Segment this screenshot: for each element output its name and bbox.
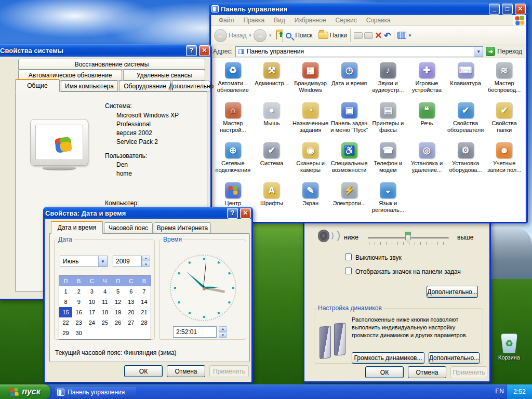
calendar-day[interactable]: 24 <box>85 317 98 328</box>
spin-down-icon[interactable]: ▼ <box>219 332 227 338</box>
cp-item-fonts[interactable]: АШрифты <box>252 182 291 222</box>
calendar-day[interactable]: 30 <box>72 328 85 338</box>
sound-apply-button[interactable]: Применить <box>450 366 487 378</box>
spin-up-icon[interactable]: ▲ <box>142 256 150 261</box>
calendar-day[interactable]: 1 <box>59 286 72 297</box>
calendar-day[interactable]: 21 <box>138 307 151 317</box>
address-combo[interactable]: Панель управления ▼ <box>235 46 484 57</box>
calendar-day[interactable]: 10 <box>85 297 98 307</box>
mute-checkbox-label[interactable]: Выключить звук <box>355 254 402 261</box>
tab-remote[interactable]: Удаленные сеансы <box>123 70 205 81</box>
tray-icon-checkbox-label[interactable]: Отображать значок на панели задач <box>355 268 461 275</box>
maximize-button[interactable]: □ <box>502 4 513 15</box>
language-indicator[interactable]: EN <box>495 388 504 395</box>
calendar-day[interactable]: 7 <box>138 286 151 297</box>
taskbar-item-control-panel[interactable]: Панель управления <box>54 386 136 398</box>
calendar-day[interactable]: 17 <box>85 307 98 317</box>
calendar-day[interactable]: 20 <box>125 307 138 317</box>
calendar-day[interactable]: 25 <box>98 317 111 328</box>
control-panel-titlebar[interactable]: Панель управления _ □ ✕ <box>209 3 528 15</box>
cp-item-administration[interactable]: ⚒Администр... <box>252 62 291 102</box>
views-dropdown-icon[interactable]: ▼ <box>408 33 412 38</box>
folders-icon[interactable] <box>318 32 328 39</box>
cp-item-internet-options[interactable]: ✔Свойстваобозревателя <box>446 102 485 142</box>
search-button-label[interactable]: Поиск <box>295 32 312 39</box>
cp-item-network-setup-wizard[interactable]: ⌂Мастернастрой... <box>214 102 252 142</box>
calendar-day[interactable]: 5 <box>112 286 125 297</box>
start-button[interactable]: пуск <box>0 384 50 399</box>
folders-button-label[interactable]: Папки <box>330 32 348 39</box>
cp-item-scanners-cameras[interactable]: ◉Сканеры икамеры <box>291 142 330 182</box>
calendar-day[interactable]: 6 <box>125 286 138 297</box>
sound-ok-button[interactable]: ОК <box>365 366 404 378</box>
cp-item-add-hardware[interactable]: ⚙Установкаоборудова... <box>446 142 485 182</box>
back-button-icon[interactable]: ← <box>214 29 227 42</box>
help-button[interactable]: ? <box>186 45 197 56</box>
cp-item-scheduled-tasks[interactable]: ◔Назначенныезадания <box>291 102 330 142</box>
calendar-day[interactable]: 22 <box>59 317 72 328</box>
cp-item-keyboard[interactable]: ⌨Клавиатура <box>446 62 485 102</box>
calendar-day[interactable]: 14 <box>138 297 151 307</box>
datetime-titlebar[interactable]: Свойства: Дата и время ? ✕ <box>43 207 253 219</box>
tab-general[interactable]: Общие <box>15 79 60 92</box>
taskbar-clock[interactable]: 2:52 <box>507 384 532 399</box>
close-button[interactable]: ✕ <box>240 208 251 219</box>
calendar-day[interactable]: 3 <box>85 286 98 297</box>
move-to-icon[interactable] <box>354 32 363 39</box>
calendar-day[interactable]: 4 <box>98 286 111 297</box>
menu-file[interactable]: Файл <box>214 17 239 24</box>
tab-internet-time[interactable]: Время Интернета <box>154 222 211 233</box>
system-properties-titlebar[interactable]: Свойства системы ? ✕ <box>0 44 212 57</box>
tab-advanced[interactable]: Дополнительно <box>172 81 210 91</box>
menu-favorites[interactable]: Избранное <box>290 17 331 24</box>
help-button[interactable]: ? <box>227 208 238 219</box>
month-select[interactable]: Июнь ▼ <box>60 256 108 267</box>
tab-computer-name[interactable]: Имя компьютера <box>61 81 118 91</box>
spin-down-icon[interactable]: ▼ <box>142 262 150 268</box>
forward-button-icon[interactable]: → <box>254 29 267 42</box>
close-button[interactable]: ✕ <box>199 45 210 56</box>
calendar-day[interactable]: 2 <box>72 286 85 297</box>
cp-item-phone-modem[interactable]: ☎Телефон имодем <box>369 142 408 182</box>
cp-item-sounds-audio[interactable]: ♪Звуки иаудиоустр... <box>369 62 408 102</box>
tab-system-restore[interactable]: Восстановление системы <box>18 59 205 70</box>
cp-item-power-options[interactable]: ⚡Электропи... <box>330 182 369 222</box>
time-spinner[interactable]: ▲▼ <box>219 326 227 338</box>
tab-date-time[interactable]: Дата и время <box>51 221 103 234</box>
tray-icon-checkbox[interactable] <box>345 268 352 274</box>
cp-item-display[interactable]: ✎Экран <box>291 182 330 222</box>
speaker-volume-button[interactable]: Громкость динамиков... <box>352 352 424 364</box>
cp-item-taskbar-start-menu[interactable]: ▣Панель задачи меню "Пуск" <box>330 102 369 142</box>
tab-time-zone[interactable]: Часовой пояс <box>104 222 153 233</box>
calendar-day[interactable]: 12 <box>112 297 125 307</box>
calendar-day[interactable]: 19 <box>112 307 125 317</box>
cp-item-user-accounts[interactable]: ☻Учетныезаписи пол... <box>485 142 524 182</box>
delete-icon[interactable]: ✕ <box>375 30 382 41</box>
forward-dropdown-icon[interactable]: ▼ <box>268 33 272 38</box>
cp-item-game-controllers[interactable]: ✚Игровыеустройства <box>407 62 446 102</box>
calendar-day[interactable]: 16 <box>72 307 85 317</box>
calendar-day[interactable]: 13 <box>125 297 138 307</box>
calendar-day[interactable]: 28 <box>138 317 151 328</box>
calendar-day[interactable]: 9 <box>72 297 85 307</box>
up-button[interactable]: ⬆ <box>276 32 277 39</box>
minimize-button[interactable]: _ <box>489 4 500 15</box>
tab-hardware[interactable]: Оборудование <box>119 81 171 91</box>
cp-item-accessibility[interactable]: ♿Специальныевозможности <box>330 142 369 182</box>
back-dropdown-icon[interactable]: ▼ <box>248 33 252 38</box>
cp-item-date-and-time[interactable]: ◷Дата и время <box>330 62 369 102</box>
cp-item-windows-firewall[interactable]: ▦БрандмауэрWindows <box>291 62 330 102</box>
back-button-label[interactable]: Назад <box>229 32 246 39</box>
go-button[interactable]: ➜ Переход <box>486 47 524 56</box>
month-dropdown-icon[interactable]: ▼ <box>98 256 107 267</box>
copy-to-icon[interactable] <box>364 32 373 39</box>
mute-checkbox[interactable] <box>345 254 352 260</box>
cp-item-system[interactable]: ✔Система <box>252 142 291 182</box>
calendar-day[interactable]: 15 <box>59 307 72 317</box>
cp-item-regional-language[interactable]: ◒Язык ирегиональ... <box>369 182 408 222</box>
datetime-ok-button[interactable]: ОК <box>124 365 163 377</box>
time-input[interactable]: 2:52:01 <box>173 326 217 338</box>
calendar-day[interactable]: 27 <box>125 317 138 328</box>
address-dropdown-icon[interactable]: ▼ <box>474 47 483 57</box>
year-spinner[interactable]: ▲▼ <box>142 256 150 267</box>
